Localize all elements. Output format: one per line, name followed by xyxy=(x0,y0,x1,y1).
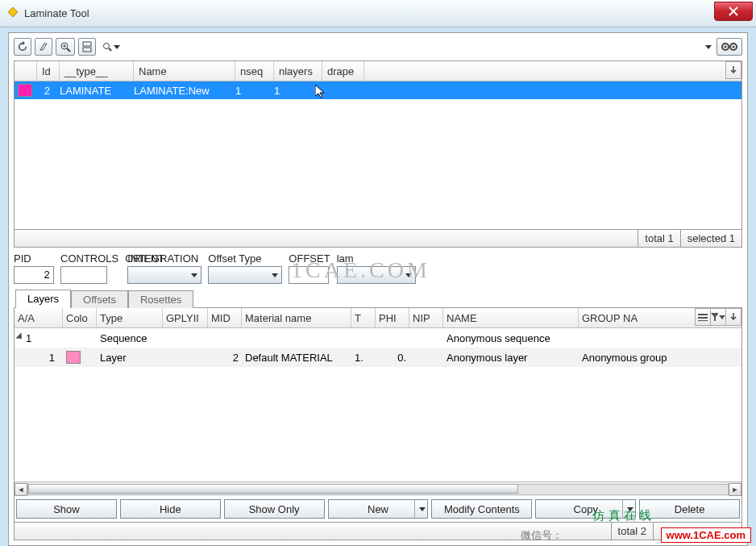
svg-point-9 xyxy=(104,44,110,49)
laminates-status: total 1 selected 1 xyxy=(15,229,741,247)
svg-rect-19 xyxy=(698,320,708,321)
refresh-icon[interactable] xyxy=(14,38,31,56)
svg-marker-20 xyxy=(711,313,718,321)
columns-icon[interactable] xyxy=(695,308,711,326)
label-pid: PID xyxy=(14,252,54,265)
laminates-panel: Id __type__ Name nseq nlayers drape 2 LA… xyxy=(14,60,742,248)
laminate-row-selected[interactable]: 2 LAMINATE LAMINATE:New 1 1 xyxy=(15,81,741,99)
layers-body[interactable]: 1 Sequence Anonymous sequence 1 Layer xyxy=(15,328,741,481)
label-offset-type: Offset Type xyxy=(208,252,282,265)
filter-icon[interactable] xyxy=(710,308,726,326)
laminate-properties: PID CONTROLS ORIENT INTEGRATION Offset T… xyxy=(14,251,742,286)
svg-line-10 xyxy=(109,48,111,51)
col-phi[interactable]: PHI xyxy=(376,308,409,327)
new-dropdown-icon[interactable] xyxy=(414,500,427,518)
close-button[interactable] xyxy=(714,2,753,21)
delete-button[interactable]: Delete xyxy=(639,499,740,519)
cell-name: LAMINATE:New xyxy=(129,83,231,98)
layer-swatch xyxy=(66,351,81,364)
toolbar xyxy=(14,36,742,57)
svg-point-14 xyxy=(733,46,735,48)
svg-rect-8 xyxy=(83,48,91,52)
cell-id: 2 xyxy=(35,83,55,98)
lam-combo[interactable] xyxy=(337,266,416,284)
wechat-hint: 微信号： xyxy=(521,528,563,543)
show-only-button[interactable]: Show Only xyxy=(224,499,325,519)
label-offset: OFFSET xyxy=(289,252,330,265)
layers-total: total 2 xyxy=(611,523,653,540)
toolbar-overflow[interactable] xyxy=(702,38,713,56)
controls-input[interactable] xyxy=(60,266,107,284)
pid-input[interactable] xyxy=(14,266,54,284)
offset-input[interactable] xyxy=(289,266,329,284)
settings-icon[interactable] xyxy=(717,38,742,56)
label-controls: CONTROLS xyxy=(60,252,118,265)
col-matname[interactable]: Material name xyxy=(242,308,351,327)
offset-type-combo[interactable] xyxy=(208,266,282,284)
chevron-down-icon xyxy=(114,45,120,49)
svg-rect-17 xyxy=(698,314,708,315)
layers-grid: A/A Colo Type GPLYII MID Material name T… xyxy=(14,308,742,540)
layer-row-sequence[interactable]: 1 Sequence Anonymous sequence xyxy=(15,328,741,348)
col-nlayers[interactable]: nlayers xyxy=(274,61,322,81)
new-button[interactable]: New xyxy=(328,499,429,519)
tab-offsets[interactable]: Offsets xyxy=(71,290,128,308)
status-selected: selected 1 xyxy=(680,230,741,247)
tree-toggle-icon[interactable] xyxy=(15,332,24,341)
watermark: www.1CAE.com xyxy=(661,527,751,543)
col-drape[interactable]: drape xyxy=(322,61,364,81)
col-t[interactable]: T xyxy=(351,308,376,327)
watermark-url: www.1CAE.com xyxy=(661,527,751,543)
cn-overlay: 仿 真 在 线 xyxy=(592,508,651,523)
svg-rect-18 xyxy=(698,317,708,319)
col-gply[interactable]: GPLYII xyxy=(163,308,208,327)
col-mid[interactable]: MID xyxy=(208,308,242,327)
svg-line-4 xyxy=(67,48,70,52)
tab-layers[interactable]: Layers xyxy=(15,290,71,308)
col-swatch[interactable] xyxy=(15,61,37,81)
laminates-body[interactable]: 2 LAMINATE LAMINATE:New 1 1 xyxy=(15,81,741,229)
col-menu-down-icon[interactable] xyxy=(725,61,741,79)
col-lname[interactable]: NAME xyxy=(443,308,579,327)
svg-point-12 xyxy=(725,46,727,48)
app-icon xyxy=(6,6,19,21)
show-button[interactable]: Show xyxy=(16,499,117,519)
search-dropdown[interactable] xyxy=(99,38,123,56)
layer-row-layer[interactable]: 1 Layer 2 Default MATERIAL 1. 0. Anonymo… xyxy=(15,348,741,367)
sort-down-icon[interactable] xyxy=(725,308,741,326)
col-aa[interactable]: A/A xyxy=(15,308,63,327)
scroll-left-icon[interactable]: ◄ xyxy=(15,483,27,496)
col-nip[interactable]: NIP xyxy=(409,308,443,327)
window-body: Id __type__ Name nseq nlayers drape 2 LA… xyxy=(8,32,748,546)
status-total: total 1 xyxy=(638,230,679,247)
layers-header: A/A Colo Type GPLYII MID Material name T… xyxy=(15,308,741,328)
col-color[interactable]: Colo xyxy=(63,308,97,327)
window-titlebar: Laminate Tool xyxy=(0,0,756,27)
detail-panel: Layers Offsets Rosettes A/A Colo Type GP… xyxy=(14,289,742,540)
cell-drape xyxy=(318,89,359,92)
cell-nseq: 1 xyxy=(231,83,269,98)
horizontal-scrollbar[interactable]: ◄ ► xyxy=(15,481,741,496)
zoom-plus-icon[interactable] xyxy=(56,38,75,56)
window-title: Laminate Tool xyxy=(24,7,89,19)
svg-marker-0 xyxy=(8,7,18,17)
col-type[interactable]: __type__ xyxy=(60,61,134,81)
integration-combo[interactable] xyxy=(127,266,201,284)
detail-tabs: Layers Offsets Rosettes xyxy=(14,289,742,308)
clear-icon[interactable] xyxy=(35,38,52,56)
hide-button[interactable]: Hide xyxy=(120,499,221,519)
row-swatch xyxy=(18,84,32,97)
cell-type: LAMINATE xyxy=(55,83,129,98)
modify-contents-button[interactable]: Modify Contents xyxy=(431,499,532,519)
col-ltype[interactable]: Type xyxy=(97,308,163,327)
col-group[interactable]: GROUP NA xyxy=(579,308,696,327)
laminates-header: Id __type__ Name nseq nlayers drape xyxy=(15,61,741,81)
scroll-right-icon[interactable]: ► xyxy=(729,483,741,496)
collapse-expand-icon[interactable] xyxy=(78,38,96,56)
cell-nlayers: 1 xyxy=(269,83,318,98)
col-name[interactable]: Name xyxy=(134,61,235,81)
tab-rosettes[interactable]: Rosettes xyxy=(128,290,193,308)
col-nseq[interactable]: nseq xyxy=(235,61,274,81)
col-id[interactable]: Id xyxy=(37,61,60,81)
layers-status: total 2 xyxy=(15,522,741,540)
